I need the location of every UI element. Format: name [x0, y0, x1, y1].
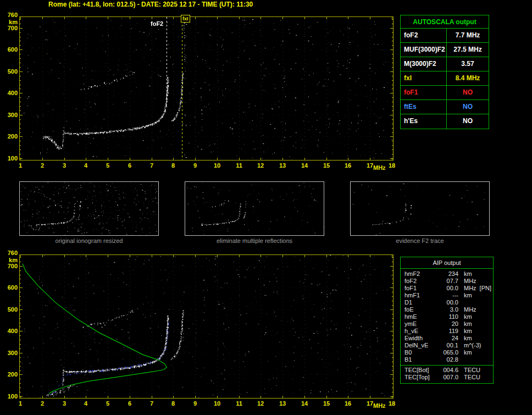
x-tick-label: 11: [234, 162, 245, 169]
x-tick-label: 13: [277, 162, 288, 169]
autoscala-row-label: foF2: [401, 29, 447, 42]
aip-name: foF2: [404, 278, 439, 285]
x-tick-label: 10: [212, 162, 223, 169]
aip-name: hmF2: [404, 270, 439, 278]
aip-unit: km: [458, 328, 472, 335]
x-tick-label: 5: [102, 162, 113, 169]
x-tick-label: 2: [37, 162, 48, 169]
aip-row: TEC[Bot]004.6TECU: [401, 367, 493, 374]
x-tick-label: 7: [146, 400, 157, 407]
autoscala-row-value: NO: [447, 114, 489, 129]
aip-row: foE3.0MHz: [401, 306, 493, 313]
autoscala-row: fxI8.4 MHz: [401, 71, 489, 86]
x-tick-label: 5: [102, 400, 113, 407]
x-tick-label: 12: [255, 400, 266, 407]
autoscala-row: foF27.7 MHz: [401, 29, 489, 43]
x-tick-label: 1: [15, 162, 26, 169]
top-ionogram-plot: [20, 17, 393, 160]
x-tick-label: 15: [321, 400, 332, 407]
y-tick-label: 300: [2, 112, 18, 118]
aip-row: B0065.0km: [401, 349, 493, 356]
aip-unit: MHz: [458, 306, 476, 313]
x-tick-label: 13: [277, 400, 288, 407]
aip-row: foF100.0MHz[PN]: [401, 285, 493, 292]
x-tick-label: 16: [342, 400, 353, 407]
aip-val: 20: [439, 320, 458, 328]
thumbnail-cleaned-caption: eliminate multiple reflections: [185, 237, 324, 244]
x-tick-label: 18: [386, 400, 397, 407]
y-tick-label: 760: [2, 250, 18, 256]
aip-row: Ewidth24km: [401, 335, 493, 342]
page-title: Rome (lat: +41.8, lon: 012.5) - DATE: 20…: [48, 1, 253, 8]
x-tick-label: 1: [15, 400, 26, 407]
aip-val: 065.0: [439, 349, 458, 356]
aip-val: 234: [439, 270, 458, 278]
autoscala-table-title: AUTOSCALA output: [401, 15, 489, 29]
y-tick-label: 100: [2, 155, 18, 162]
aip-name: ymE: [404, 320, 439, 328]
x-axis-unit: MHz: [373, 402, 386, 409]
aip-val: 00.0: [439, 285, 458, 292]
aip-row: TEC[Top]007.0TECU: [401, 374, 493, 381]
autoscala-row-value: 3.57: [447, 57, 489, 71]
aip-extra: [PN]: [476, 285, 491, 292]
x-tick-label: 3: [59, 162, 70, 169]
autoscala-row: foF1NO: [401, 86, 489, 100]
aip-val: 00.1: [439, 342, 458, 349]
aip-unit: km: [458, 292, 472, 299]
aip-unit: m^(-3): [458, 342, 481, 349]
x-tick-label: 4: [80, 162, 91, 169]
x-tick-label: 9: [190, 162, 201, 169]
x-tick-label: 14: [299, 162, 310, 169]
y-tick-label: 200: [2, 133, 18, 140]
thumbnail-f2trace-caption: evidence F2 trace: [350, 237, 490, 244]
autoscala-row-label: h'Es: [401, 114, 447, 129]
aip-name: D1: [404, 299, 439, 306]
aip-val: ---: [439, 292, 458, 299]
aip-row: foF207.7MHz: [401, 278, 493, 285]
thumbnail-f2trace-frame: [350, 181, 490, 236]
aip-name: Ewidth: [404, 335, 439, 342]
aip-val: 07.7: [439, 278, 458, 285]
thumbnail-original-image: [20, 182, 158, 235]
autoscala-row-label: ftEs: [401, 100, 447, 114]
autoscala-row-label: fxI: [401, 71, 447, 85]
thumbnail-original-frame: [19, 181, 159, 236]
aip-name: foE: [404, 306, 439, 313]
y-tick-label: 700: [2, 25, 18, 31]
aip-unit: MHz: [458, 278, 476, 285]
aip-val: 3.0: [439, 306, 458, 313]
y-tick-label: 760: [2, 12, 18, 18]
autoscala-row-value: 8.4 MHz: [447, 71, 489, 85]
autoscala-row: MUF(3000)F227.5 MHz: [401, 43, 489, 57]
aip-table-title: AIP output: [401, 257, 493, 269]
aip-val: 110: [439, 313, 458, 320]
x-tick-label: 16: [342, 162, 353, 169]
x-tick-label: 7: [146, 162, 157, 169]
autoscala-row-value: 27.5 MHz: [447, 43, 489, 57]
aip-val: 004.6: [439, 367, 458, 374]
y-tick-label: 400: [2, 90, 18, 96]
x-tick-label: 3: [59, 400, 70, 407]
aip-name: DelN_vE: [404, 342, 439, 349]
aip-val: 007.0: [439, 374, 458, 381]
x-tick-label: 6: [124, 400, 135, 407]
aip-unit: TECU: [458, 374, 480, 381]
aip-row: hmE110km: [401, 313, 493, 320]
aip-output-table: AIP output hmF2234kmfoF207.7MHzfoF100.0M…: [400, 257, 494, 384]
autoscala-row-label: M(3000)F2: [401, 57, 447, 71]
y-tick-label: 100: [2, 393, 18, 400]
aip-name: TEC[Top]: [404, 374, 439, 381]
autoscala-row-value: NO: [447, 86, 489, 99]
y-tick-label: 700: [2, 263, 18, 269]
autoscala-row-label: MUF(3000)F2: [401, 43, 447, 57]
x-tick-label: 15: [321, 162, 332, 169]
y-tick-label: 600: [2, 284, 18, 291]
top-ionogram-frame: [19, 16, 394, 161]
aip-row: h_vE119km: [401, 328, 493, 335]
aip-row: D100.0: [401, 299, 493, 306]
autoscala-output-table: AUTOSCALA output foF27.7 MHzMUF(3000)F22…: [400, 15, 489, 129]
x-axis-unit: MHz: [373, 164, 386, 171]
x-tick-label: 9: [190, 400, 201, 407]
y-tick-label: 500: [2, 68, 18, 75]
